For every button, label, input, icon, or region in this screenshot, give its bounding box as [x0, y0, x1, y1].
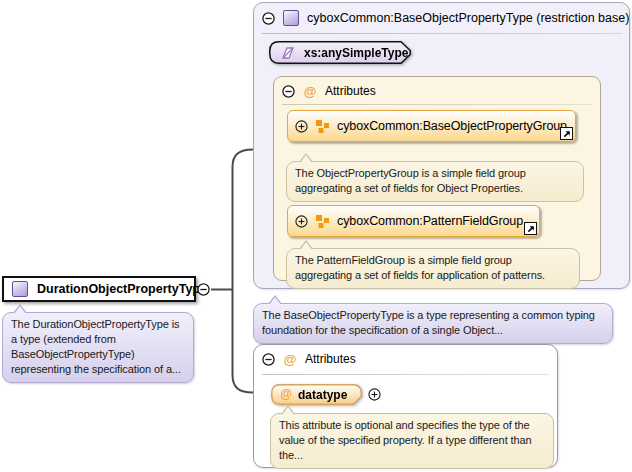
expand-toggle-icon[interactable]: [368, 388, 381, 401]
tooltip-pointer: [268, 295, 282, 304]
attribute-group-name: cyboxCommon:BaseObjectPropertyGroup: [337, 119, 567, 133]
tooltip-text: The BaseObjectPropertyType is a type rep…: [262, 309, 595, 336]
attribute-group-base-object-property-group[interactable]: cyboxCommon:BaseObjectPropertyGroup: [287, 110, 576, 142]
complex-type-icon: [12, 281, 28, 297]
tooltip-pointer: [299, 153, 313, 162]
tooltip-text: The DurationObjectPropertyType is a type…: [11, 318, 181, 375]
tooltip-text: The ObjectPropertyGroup is a simple fiel…: [295, 167, 526, 194]
panel-divider: [282, 104, 592, 105]
attributes-panel: @ Attributes cyboxCommon:BaseObjectPrope…: [273, 76, 601, 281]
connector-branch: [233, 150, 254, 393]
group-description-tooltip: The PatternFieldGroup is a simple field …: [286, 248, 580, 289]
tooltip-pointer: [299, 240, 313, 249]
simple-type-icon: [280, 45, 296, 61]
xs-any-simple-type-node[interactable]: xs:anySimpleType: [269, 41, 411, 64]
attribute-at-icon: @: [303, 85, 317, 98]
attributes-label: Attributes: [325, 84, 376, 98]
attribute-description-tooltip: This attribute is optional and specifies…: [270, 413, 554, 469]
collapse-toggle-icon[interactable]: [262, 353, 275, 366]
attribute-row: @ datatype: [271, 384, 381, 405]
base-box-title: cyboxCommon:BaseObjectPropertyType (rest…: [307, 11, 629, 25]
base-object-property-type-box: cyboxCommon:BaseObjectPropertyType (rest…: [253, 2, 630, 289]
attribute-group-name: cyboxCommon:PatternFieldGroup: [337, 214, 523, 228]
attributes-header: @ Attributes: [282, 84, 376, 98]
collapse-toggle-icon[interactable]: [262, 12, 275, 25]
attributes-label: Attributes: [305, 352, 356, 366]
attribute-group-pattern-field-group[interactable]: cyboxCommon:PatternFieldGroup: [287, 205, 540, 237]
expand-toggle-icon[interactable]: [295, 215, 308, 228]
collapse-toggle-icon[interactable]: [282, 85, 295, 98]
tooltip-text: The PatternFieldGroup is a simple field …: [295, 254, 545, 281]
header-divider: [262, 374, 549, 375]
expand-toggle-icon[interactable]: [295, 120, 308, 133]
tooltip-text: This attribute is optional and specifies…: [279, 419, 532, 461]
attribute-at-icon: @: [283, 353, 297, 366]
schema-diagram-canvas: DurationObjectPropertyType The DurationO…: [0, 0, 632, 472]
base-type-tooltip: The BaseObjectPropertyType is a type rep…: [253, 303, 613, 344]
attribute-datatype-node[interactable]: @ datatype: [271, 384, 362, 405]
complex-type-icon: [283, 10, 299, 26]
collapse-toggle-icon[interactable]: [197, 283, 210, 296]
header-divider: [262, 33, 622, 34]
left-node-tooltip: The DurationObjectPropertyType is a type…: [2, 312, 194, 383]
attribute-at-icon: @: [280, 388, 292, 401]
attribute-group-icon: [316, 120, 329, 133]
goto-definition-icon[interactable]: [524, 222, 537, 235]
group-description-tooltip: The ObjectPropertyGroup is a simple fiel…: [286, 161, 584, 202]
tooltip-pointer: [281, 405, 295, 414]
attribute-name: datatype: [298, 388, 347, 402]
base-box-header: cyboxCommon:BaseObjectPropertyType (rest…: [262, 10, 629, 26]
simple-type-label: xs:anySimpleType: [304, 46, 408, 60]
attribute-group-icon: [316, 215, 329, 228]
own-attributes-box: @ Attributes @ datatype: [253, 344, 558, 468]
duration-object-property-type-node[interactable]: DurationObjectPropertyType: [2, 276, 196, 302]
tooltip-pointer: [13, 304, 27, 313]
attributes-header: @ Attributes: [262, 352, 356, 366]
goto-definition-icon[interactable]: [560, 127, 573, 140]
node-title: DurationObjectPropertyType: [37, 282, 207, 296]
